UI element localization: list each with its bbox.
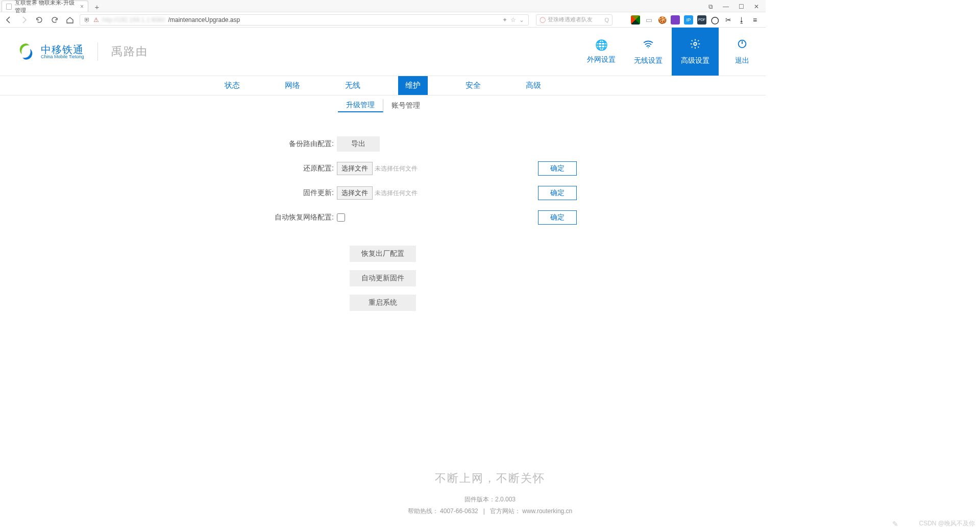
tab-title: 互联世界 物联未来-升级管理: [15, 0, 77, 14]
subnav-wireless[interactable]: 无线: [338, 76, 368, 95]
ext-scissors-icon[interactable]: ✂: [724, 15, 733, 25]
browser-tab-strip: 互联世界 物联未来-升级管理 × + ⧉ — ☐ ✕: [0, 0, 766, 12]
subnav-network[interactable]: 网络: [278, 76, 307, 95]
nav-advanced[interactable]: 高级设置: [672, 28, 719, 76]
row-firmware: 固件更新: 选择文件 未选择任何文件 确定: [189, 185, 577, 201]
page-icon: [6, 4, 12, 10]
upgrade-form: 备份路由配置: 导出 还原配置: 选择文件 未选择任何文件 确定 固件更新: 选…: [189, 136, 577, 311]
subnav-advanced[interactable]: 高级: [519, 76, 548, 95]
ext-circle-icon[interactable]: ◯: [710, 15, 720, 25]
search-icon[interactable]: Q: [604, 17, 609, 23]
ext-menu-icon[interactable]: ≡: [750, 15, 760, 25]
undo-button[interactable]: [49, 14, 60, 26]
forward-button[interactable]: [18, 14, 30, 26]
nav-wireless-label: 无线设置: [634, 56, 663, 65]
firmware-choose-file[interactable]: 选择文件: [337, 186, 373, 200]
reboot-button[interactable]: 重启系统: [350, 295, 416, 311]
router-header: 中移铁通 China Mobile Tietong 禹路由 🌐 外网设置 无线设…: [0, 28, 766, 76]
home-button[interactable]: [64, 14, 76, 26]
url-scheme: ⚠: [93, 16, 99, 23]
sub-sub-nav: 升级管理 账号管理: [0, 95, 766, 116]
auto-restore-checkbox[interactable]: [337, 213, 345, 222]
subsub-account[interactable]: 账号管理: [383, 99, 428, 112]
star-icon[interactable]: ☆: [510, 16, 516, 23]
url-host: http://192.168.1.1:8080: [102, 16, 165, 23]
window-minimize-icon[interactable]: —: [719, 2, 733, 12]
subnav-status[interactable]: 状态: [217, 76, 247, 95]
ext-purple-icon[interactable]: [671, 15, 680, 25]
top-nav: 🌐 外网设置 无线设置 高级设置 退出: [578, 28, 766, 76]
sub-nav: 状态 网络 无线 维护 安全 高级: [0, 76, 766, 95]
window-close-icon[interactable]: ✕: [749, 2, 764, 12]
wifi-icon: [643, 38, 654, 52]
logo: 中移铁通 China Mobile Tietong 禹路由: [15, 41, 148, 62]
window-controls: ⧉ — ☐ ✕: [703, 2, 766, 12]
ext-ms-icon[interactable]: [631, 15, 640, 25]
wand-icon[interactable]: ✦: [502, 16, 507, 23]
restore-label: 还原配置:: [189, 164, 337, 173]
globe-icon: 🌐: [595, 39, 608, 51]
factory-reset-button[interactable]: 恢复出厂配置: [350, 246, 416, 262]
ext-reader-icon[interactable]: ▭: [644, 15, 653, 25]
auto-restore-confirm-button[interactable]: 确定: [538, 210, 577, 225]
row-backup: 备份路由配置: 导出: [189, 136, 577, 152]
restore-no-file: 未选择任何文件: [375, 164, 418, 173]
gear-icon: [690, 38, 701, 52]
nav-wan-label: 外网设置: [587, 55, 616, 64]
ext-cookie-icon[interactable]: 🍪: [657, 15, 667, 25]
restore-choose-file[interactable]: 选择文件: [337, 162, 373, 175]
tab-close-icon[interactable]: ×: [80, 3, 84, 10]
chevron-down-icon[interactable]: ⌄: [519, 16, 524, 23]
nav-logout[interactable]: 退出: [719, 28, 766, 76]
power-icon: [737, 38, 748, 52]
address-bar: ⛨ ⚠ http://192.168.1.1:8080 /maintenance…: [0, 12, 766, 28]
window-tab-icon[interactable]: ⧉: [703, 2, 718, 12]
search-input[interactable]: ◯ 登珠峰遇难者队友 Q: [536, 14, 612, 26]
firmware-confirm-button[interactable]: 确定: [538, 186, 577, 200]
search-engine-icon: ◯: [540, 16, 546, 23]
ext-pdf-icon[interactable]: PDF: [697, 15, 706, 25]
browser-tab[interactable]: 互联世界 物联未来-升级管理 ×: [2, 1, 88, 12]
auto-restore-label: 自动恢复网络配置:: [189, 213, 337, 222]
window-maximize-icon[interactable]: ☐: [734, 2, 748, 12]
row-restore: 还原配置: 选择文件 未选择任何文件 确定: [189, 161, 577, 176]
divider: [97, 42, 98, 61]
subsub-upgrade[interactable]: 升级管理: [338, 99, 383, 112]
restore-confirm-button[interactable]: 确定: [538, 161, 577, 176]
auto-update-fw-button[interactable]: 自动更新固件: [350, 270, 416, 286]
new-tab-button[interactable]: +: [91, 2, 103, 12]
shield-icon: ⛨: [84, 16, 90, 23]
reload-button[interactable]: [34, 14, 45, 26]
row-auto-restore: 自动恢复网络配置: 确定: [189, 210, 577, 225]
url-input[interactable]: ⛨ ⚠ http://192.168.1.1:8080 /maintenance…: [80, 14, 529, 26]
sub-brand: 禹路由: [111, 44, 148, 59]
nav-advanced-label: 高级设置: [681, 56, 709, 65]
subnav-security[interactable]: 安全: [458, 76, 488, 95]
url-path: /maintenanceUpgrade.asp: [168, 16, 240, 23]
china-mobile-logo-icon: [15, 41, 37, 62]
ext-ip-icon[interactable]: IP: [684, 15, 693, 25]
backup-label: 备份路由配置:: [189, 139, 337, 149]
svg-point-0: [694, 42, 697, 45]
subnav-maintenance[interactable]: 维护: [398, 76, 428, 95]
extension-icons: ▭ 🍪 IP PDF ◯ ✂ ⭳ ≡: [631, 15, 763, 25]
back-button[interactable]: [3, 14, 14, 26]
firmware-no-file: 未选择任何文件: [375, 189, 418, 198]
nav-wan[interactable]: 🌐 外网设置: [578, 28, 625, 76]
nav-logout-label: 退出: [735, 56, 749, 65]
export-button[interactable]: 导出: [337, 136, 380, 152]
ext-download-icon[interactable]: ⭳: [737, 15, 746, 25]
firmware-label: 固件更新:: [189, 188, 337, 198]
search-placeholder: 登珠峰遇难者队友: [548, 16, 593, 23]
nav-wireless[interactable]: 无线设置: [625, 28, 672, 76]
brand-cn: 中移铁通: [41, 44, 84, 55]
brand-en: China Mobile Tietong: [41, 55, 84, 59]
action-buttons: 恢复出厂配置 自动更新固件 重启系统: [189, 246, 577, 311]
